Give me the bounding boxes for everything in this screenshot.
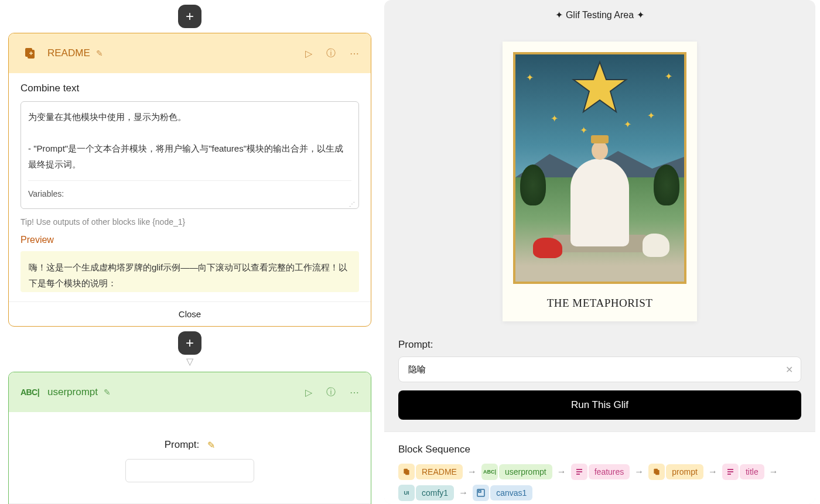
add-block-button-top[interactable]: + <box>178 5 201 28</box>
arrow-icon: → <box>769 467 778 477</box>
text-input-icon: ABC| <box>20 383 39 402</box>
preview-label: Preview <box>20 235 359 245</box>
edit-icon[interactable]: ✎ <box>96 49 103 58</box>
doc-icon <box>20 44 39 63</box>
userprompt-title: userprompt ✎ <box>47 386 297 398</box>
seq-chip-label: canvas1 <box>490 485 532 500</box>
svg-rect-12 <box>655 470 660 475</box>
lines-icon <box>571 464 587 480</box>
output-card-area: ✦ ✦ ✦ ✦ ✦ ✦ THE METAPHORIST <box>384 30 815 333</box>
arrow-icon: → <box>467 467 477 477</box>
info-icon[interactable]: ⓘ <box>326 47 336 60</box>
star-icon <box>570 59 629 118</box>
userprompt-header: ABC| userprompt ✎ ▷ ⓘ ⋯ <box>9 372 371 412</box>
info-icon[interactable]: ⓘ <box>326 386 336 399</box>
combine-text-label: Combine text <box>20 83 359 94</box>
doc-icon <box>398 464 415 480</box>
seq-chip-label: userprompt <box>499 464 552 479</box>
canvas-icon <box>473 485 489 501</box>
seq-chip-comfy1[interactable]: UIcomfy1 <box>398 485 454 501</box>
tarot-image: ✦ ✦ ✦ ✦ ✦ ✦ <box>513 52 686 284</box>
clear-icon[interactable]: ✕ <box>785 364 793 375</box>
arrow-icon: → <box>459 488 468 498</box>
card-title: THE METAPHORIST <box>513 297 686 310</box>
readme-title: README ✎ <box>47 47 297 59</box>
edit-pencil-icon[interactable]: ✎ <box>207 440 215 451</box>
seq-chip-label: title <box>740 464 764 479</box>
seq-chip-label: features <box>589 464 630 479</box>
block-sequence-title: Block Sequence <box>398 444 801 455</box>
edit-icon[interactable]: ✎ <box>104 388 111 397</box>
prompt-label: Prompt: <box>165 439 200 451</box>
prompt-label: Prompt: <box>398 339 801 351</box>
prompt-input[interactable] <box>398 356 801 382</box>
seq-chip-userprompt[interactable]: ABC|userprompt <box>481 464 552 480</box>
svg-marker-4 <box>573 62 626 112</box>
lines-icon <box>722 464 739 480</box>
variables-label: Variables: <box>28 180 351 201</box>
play-icon[interactable]: ▷ <box>305 387 312 398</box>
arrow-icon: → <box>634 467 644 477</box>
testing-area-header: ✦ Glif Testing Area ✦ <box>384 0 815 30</box>
seq-chip-README[interactable]: README <box>398 464 463 480</box>
seq-chip-label: README <box>416 464 463 479</box>
play-icon[interactable]: ▷ <box>305 48 312 59</box>
seq-chip-prompt[interactable]: prompt <box>648 464 703 480</box>
preview-box: 嗨！这是一个生成虚构塔罗牌的glif示例——向下滚动可以查看完整的工作流程！以下… <box>20 251 359 292</box>
resize-handle-icon[interactable]: ⋰ <box>349 199 356 206</box>
svg-rect-7 <box>405 470 409 475</box>
more-icon[interactable]: ⋯ <box>350 387 359 398</box>
add-block-button-mid[interactable]: + <box>178 331 201 355</box>
ABC|-icon: ABC| <box>481 464 498 480</box>
block-sequence: README→ABC|userprompt→features→prompt→ti… <box>398 464 801 501</box>
seq-chip-label: prompt <box>666 464 703 479</box>
seq-chip-canvas1[interactable]: canvas1 <box>473 485 532 501</box>
prompt-input[interactable] <box>125 459 254 482</box>
tip-text: Tip! Use outputs of other blocks like {n… <box>20 217 359 227</box>
userprompt-block: ABC| userprompt ✎ ▷ ⓘ ⋯ Prompt: ✎ Close <box>8 372 371 504</box>
readme-block: README ✎ ▷ ⓘ ⋯ Combine text 为变量在其他模块中使用，… <box>8 33 371 327</box>
connector-arrow-icon: ▽ <box>5 356 375 367</box>
tarot-card: ✦ ✦ ✦ ✦ ✦ ✦ THE METAPHORIST <box>503 42 697 321</box>
seq-chip-features[interactable]: features <box>571 464 630 480</box>
UI-icon: UI <box>398 485 415 501</box>
seq-chip-title[interactable]: title <box>722 464 764 480</box>
arrow-icon: → <box>557 467 566 477</box>
more-icon[interactable]: ⋯ <box>350 48 359 59</box>
arrow-icon: → <box>708 467 718 477</box>
combine-textarea[interactable]: 为变量在其他模块中使用，显示为粉色。 - "Prompt"是一个文本合并模块，将… <box>20 101 359 209</box>
close-button[interactable]: Close <box>9 301 371 326</box>
svg-rect-17 <box>479 491 481 492</box>
doc-icon <box>648 464 665 480</box>
run-glif-button[interactable]: Run This Glif <box>398 390 801 420</box>
readme-header: README ✎ ▷ ⓘ ⋯ <box>9 33 371 73</box>
seq-chip-label: comfy1 <box>416 485 454 500</box>
